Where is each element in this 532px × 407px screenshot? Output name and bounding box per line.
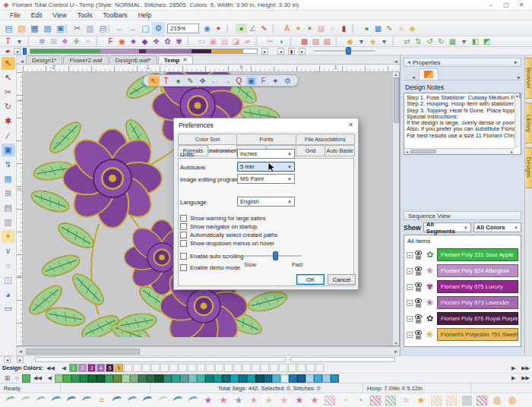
draw-pencil-icon[interactable]: ✎	[258, 24, 270, 33]
thread-color-bar[interactable]: Floriani Poly 673 Lavender	[437, 296, 518, 309]
palette-next-button[interactable]: ▶	[511, 375, 515, 381]
tab-designs[interactable]: Designs	[525, 147, 532, 188]
palette-first-button[interactable]: ◀◀	[33, 375, 42, 381]
design-color-swatch[interactable]: 3	[87, 364, 96, 372]
motif-thumbnail[interactable]	[277, 394, 292, 406]
lock-icon[interactable]	[416, 256, 421, 260]
gold-node2-icon[interactable]: ◈	[367, 36, 378, 46]
doc-tab-design6[interactable]: Design6.waf*	[109, 55, 157, 64]
rotate-right-icon[interactable]: ↻	[435, 36, 447, 46]
palette-color-swatch[interactable]	[138, 374, 147, 383]
checkbox-icon[interactable]	[180, 240, 187, 247]
view3d-icon[interactable]: ▣	[245, 76, 257, 86]
motif-thumbnail[interactable]	[216, 394, 231, 406]
lock-icon[interactable]: ▮	[338, 24, 350, 33]
gear-icon[interactable]: ⚙	[282, 76, 293, 86]
empty-color-swatch[interactable]	[197, 364, 205, 372]
empty-color-swatch[interactable]	[270, 364, 278, 372]
pen-icon[interactable]: ✎	[384, 24, 395, 33]
palette-color-swatch[interactable]	[113, 374, 122, 383]
palette-color-swatch[interactable]	[222, 374, 230, 383]
rotate-left-icon[interactable]: ↺	[424, 36, 435, 46]
motif-thumbnail[interactable]	[383, 394, 398, 406]
empty-color-swatch[interactable]	[133, 364, 141, 372]
zoom-level-input[interactable]: 215%	[167, 24, 199, 33]
motif-thumbnail[interactable]	[185, 394, 201, 406]
patch-icon[interactable]: ▰	[2, 48, 13, 55]
checkbox-dropdown-hover[interactable]: Show dropdown menus on hover	[180, 240, 274, 247]
strip-prev-button[interactable]: ◂	[4, 356, 11, 363]
palette-color-swatch[interactable]	[130, 374, 138, 383]
palette-color-swatch[interactable]	[80, 374, 88, 383]
expand-icon[interactable]: +	[407, 332, 413, 338]
checkbox-icon[interactable]	[180, 223, 187, 230]
palette-icon[interactable]: ❖	[197, 76, 208, 86]
empty-color-swatch[interactable]	[169, 364, 178, 372]
palette-color-swatch[interactable]	[147, 374, 155, 383]
menu-item[interactable]: File	[5, 11, 26, 19]
red-square2-icon[interactable]: ▨	[310, 36, 321, 46]
checkbox-demo-mode[interactable]: Enable demo mode	[180, 264, 240, 271]
cut-icon[interactable]: ✂	[71, 22, 84, 35]
palette-color-swatch[interactable]	[88, 374, 97, 383]
checkbox-icon[interactable]	[180, 264, 187, 271]
separator-icon[interactable]: ▏	[287, 36, 299, 46]
empty-color-swatch[interactable]	[279, 364, 287, 372]
segment-filter-dropdown[interactable]: All Segments▼	[423, 222, 471, 232]
circle-outline-icon[interactable]: ○	[82, 36, 93, 46]
zoom-tool-icon[interactable]: ○	[395, 24, 407, 33]
gold-node-icon[interactable]: ◆	[344, 36, 356, 46]
pause-button[interactable]: ▮	[288, 48, 295, 55]
motif-thumbnail[interactable]	[261, 394, 277, 406]
tab-scroll-left-button[interactable]: ◄	[18, 59, 26, 64]
export-icon[interactable]: ✦	[270, 76, 281, 86]
strip-next-button[interactable]: ▸	[17, 356, 24, 363]
monogram-icon[interactable]: A	[281, 24, 293, 33]
palette-color-swatch[interactable]	[97, 374, 105, 383]
measure-icon[interactable]: ∠	[247, 24, 258, 33]
motif-thumbnail[interactable]	[246, 394, 261, 406]
mannequin-icon[interactable]: ◕	[2, 288, 15, 301]
language-dropdown[interactable]: English▼	[237, 197, 295, 207]
sew-speed-slider[interactable]	[314, 50, 375, 52]
panel-next-icon[interactable]: ►	[514, 60, 518, 65]
scroll-left-icon[interactable]: ◄	[17, 349, 24, 354]
motif-thumbnail[interactable]	[49, 394, 64, 406]
magic-wand-icon[interactable]: ✶	[293, 24, 304, 33]
expand-icon[interactable]: +	[407, 284, 413, 290]
scroll-speed-slider[interactable]	[244, 255, 302, 257]
design-notes-tab[interactable]	[419, 68, 439, 80]
motif-thumbnail[interactable]	[33, 394, 49, 406]
last-color-button[interactable]: ▶▶	[521, 365, 530, 371]
scroll-down-icon[interactable]: ▼	[394, 341, 398, 345]
separator-icon[interactable]: ▏	[270, 24, 281, 33]
checkbox-navigator[interactable]: Show navigator on startup	[180, 223, 257, 230]
tab-close-icon[interactable]: ✕	[182, 57, 187, 63]
motif-thumbnail[interactable]	[337, 394, 353, 406]
merge-icon[interactable]: ◩	[481, 36, 492, 46]
canvas-horizontal-scrollbar[interactable]: ◄ ►	[17, 346, 400, 355]
basket-icon[interactable]: ▦	[372, 24, 384, 33]
frame1-icon[interactable]: ▭	[196, 36, 207, 46]
thread-color-bar[interactable]: Floriani Poly 676 Royal Purple	[437, 312, 518, 325]
sequence-view-header[interactable]: Sequence View	[404, 211, 521, 220]
motif-thumbnail[interactable]	[413, 394, 429, 406]
realistic-3d-icon[interactable]: ●	[236, 24, 247, 33]
dialog-tab[interactable]: Auto Baste	[325, 145, 355, 156]
empty-color-swatch[interactable]	[288, 364, 296, 372]
palette-color-swatch[interactable]	[264, 374, 272, 383]
palette-color-swatch[interactable]	[331, 374, 339, 383]
dropdown-caret-icon[interactable]: ▾	[378, 36, 390, 46]
pencil-icon[interactable]: ✎	[185, 76, 196, 86]
duplicate-icon[interactable]: ▦	[447, 36, 458, 46]
motif-thumbnail[interactable]	[140, 394, 155, 406]
ok-button[interactable]: OK	[296, 274, 325, 285]
empty-color-swatch[interactable]	[261, 364, 269, 372]
sequence-item[interactable]: + ❀ Floriani Poly 624 Afterglow	[407, 263, 518, 279]
mirror-v-icon[interactable]: ⇅	[413, 36, 424, 46]
save-icon[interactable]: ▦	[28, 22, 41, 35]
scroll-up-icon[interactable]: ▲	[394, 72, 398, 77]
palette-search-icon[interactable]: ○	[12, 374, 22, 383]
palette-color-swatch[interactable]	[306, 374, 314, 383]
empty-color-swatch[interactable]	[124, 364, 132, 372]
